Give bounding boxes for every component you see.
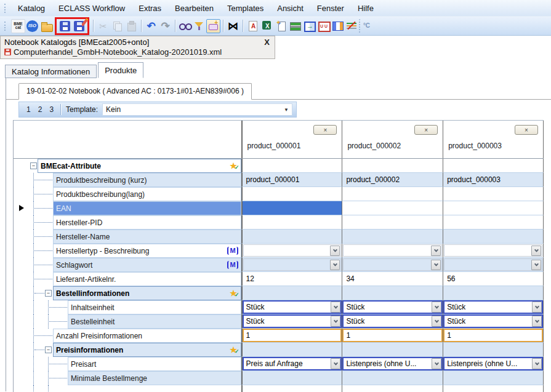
attribute-label-cell[interactable]: −BMEcat-Attribute★✓	[30, 159, 241, 173]
bmecat-logo-icon[interactable]: BME cat	[11, 19, 25, 33]
menu-item-eclass-workflow[interactable]: ECLASS Workflow	[52, 1, 132, 15]
menu-item-hilfe[interactable]: Hilfe	[351, 1, 380, 15]
attribute-label[interactable]: Minimale Bestellmenge	[68, 371, 241, 385]
value-cell[interactable]	[241, 230, 342, 244]
dropdown-button[interactable]	[531, 246, 541, 256]
page-button-1[interactable]: 1	[23, 105, 34, 114]
combo-field[interactable]: Preis auf Anfrage	[243, 357, 342, 370]
dropdown-field[interactable]	[243, 244, 342, 257]
dropdown-field[interactable]	[343, 258, 442, 271]
dropdown-button[interactable]	[331, 358, 340, 369]
number-field[interactable]: 1	[443, 329, 543, 342]
page-button-3[interactable]: 3	[46, 105, 57, 114]
template-select[interactable]: Kein ▼	[102, 103, 292, 116]
dropdown-field[interactable]	[444, 244, 542, 257]
value-cell[interactable]	[342, 187, 443, 201]
value-cell[interactable]	[443, 286, 544, 300]
value-cell[interactable]: Stück	[342, 314, 443, 329]
refresh-class-icon[interactable]: °C	[359, 19, 373, 33]
value-cell[interactable]: Stück	[241, 314, 342, 329]
combo-field[interactable]: Stück	[243, 300, 342, 314]
attribute-label-cell[interactable]: −Bestellinformationen★✓	[30, 286, 241, 300]
value-cell[interactable]	[342, 286, 443, 300]
value-cell[interactable]	[443, 187, 544, 201]
open-catalog-icon[interactable]	[39, 19, 54, 33]
value-cell[interactable]	[342, 244, 443, 258]
page-button-2[interactable]: 2	[34, 105, 46, 114]
attribute-label[interactable]: Inhaltseinheit	[68, 300, 241, 314]
value-cell[interactable]	[241, 187, 342, 201]
toolbar-grip[interactable]	[4, 4, 7, 13]
row-selector[interactable]	[14, 343, 30, 357]
value-cell[interactable]	[443, 201, 544, 215]
attribute-label[interactable]: Hersteller-Name	[53, 230, 241, 244]
tab-produkte[interactable]: Produkte	[98, 62, 143, 78]
value-cell[interactable]	[443, 215, 544, 230]
row-selector[interactable]	[14, 300, 30, 314]
value-cell[interactable]: 1	[241, 329, 342, 343]
value-cell[interactable]	[241, 244, 342, 258]
value-cell[interactable]	[342, 201, 443, 215]
attribute-label[interactable]: Produktbeschreibung(lang)	[53, 187, 241, 201]
attribute-label-cell[interactable]: Produktbeschreibung(lang)	[30, 187, 241, 201]
number-field[interactable]: 1	[243, 329, 342, 342]
dropdown-button[interactable]	[532, 302, 542, 313]
row-selector[interactable]	[14, 258, 30, 272]
row-selector[interactable]	[14, 272, 30, 286]
value-cell[interactable]	[342, 371, 443, 385]
attribute-label[interactable]: Bestelleinheit	[68, 314, 241, 329]
combo-field[interactable]: Stück	[342, 314, 443, 328]
value-cell[interactable]: product_000002	[342, 173, 443, 187]
cut-icon[interactable]: ✂	[96, 19, 110, 33]
search-icon[interactable]	[178, 19, 192, 33]
row-selector[interactable]	[14, 230, 30, 244]
dropdown-button[interactable]	[531, 260, 541, 270]
menu-item-katalog[interactable]: Katalog	[11, 1, 52, 15]
combo-field[interactable]: Stück	[342, 300, 443, 314]
value-cell[interactable]	[241, 371, 342, 385]
value-cell[interactable]	[241, 159, 342, 173]
ignore-lines-icon[interactable]	[345, 19, 359, 33]
save-icon[interactable]	[58, 19, 72, 33]
value-cell[interactable]	[443, 258, 544, 272]
combo-field[interactable]: Listenpreis (ohne U...	[443, 357, 543, 370]
value-cell[interactable]: product_000001	[241, 173, 342, 187]
attribute-label[interactable]: Hersteller-PID	[53, 215, 241, 230]
row-selector[interactable]	[14, 215, 30, 230]
attribute-label[interactable]: Produktbeschreibung (kurz)	[53, 173, 241, 187]
dropdown-button[interactable]	[532, 316, 542, 327]
value-cell[interactable]: Listenpreis (ohne U...	[443, 357, 544, 371]
attribute-label-cell[interactable]: Herstellertyp - BeschreibungM	[30, 244, 241, 258]
menu-item-templates[interactable]: Templates	[220, 1, 270, 15]
value-cell[interactable]	[342, 215, 443, 230]
attribute-label-cell[interactable]: Inhaltseinheit	[30, 300, 241, 314]
validate-icon[interactable]	[274, 19, 288, 33]
combo-field[interactable]: Listenpreis (ohne U...	[342, 357, 443, 370]
value-cell[interactable]: 1	[342, 329, 443, 343]
row-selector[interactable]	[14, 286, 30, 300]
value-cell[interactable]: Listenpreis (ohne U...	[342, 357, 443, 371]
dropdown-button[interactable]	[532, 358, 542, 369]
value-cell[interactable]	[241, 258, 342, 272]
remove-column-button[interactable]: ×	[313, 125, 337, 135]
toolbar-grip[interactable]	[4, 22, 7, 31]
value-cell[interactable]: 12	[241, 272, 342, 286]
excel-export-icon[interactable]	[260, 19, 274, 33]
dropdown-button[interactable]	[330, 260, 340, 270]
attribute-label[interactable]: Preisart	[68, 357, 241, 371]
dropdown-field[interactable]	[343, 244, 442, 257]
number-field[interactable]: 1	[342, 329, 443, 342]
row-selector[interactable]	[14, 244, 30, 258]
attribute-label[interactable]: Herstellertyp - BeschreibungM	[53, 244, 241, 258]
iso-icon[interactable]: ISO	[26, 20, 38, 32]
value-cell[interactable]	[241, 215, 342, 230]
redo-icon[interactable]: ↷	[158, 19, 172, 33]
attribute-label[interactable]: Anzahl Preisinformationen	[53, 329, 241, 343]
attribute-label[interactable]: Bestellinformationen★✓	[53, 286, 241, 300]
attribute-label-cell[interactable]: SchlagwortM	[30, 258, 241, 272]
row-selector[interactable]	[14, 357, 30, 371]
attribute-label[interactable]: EAN	[53, 201, 241, 215]
row-selector[interactable]	[14, 371, 30, 385]
value-cell[interactable]	[241, 343, 342, 357]
undo-icon[interactable]: ↶	[144, 19, 158, 33]
